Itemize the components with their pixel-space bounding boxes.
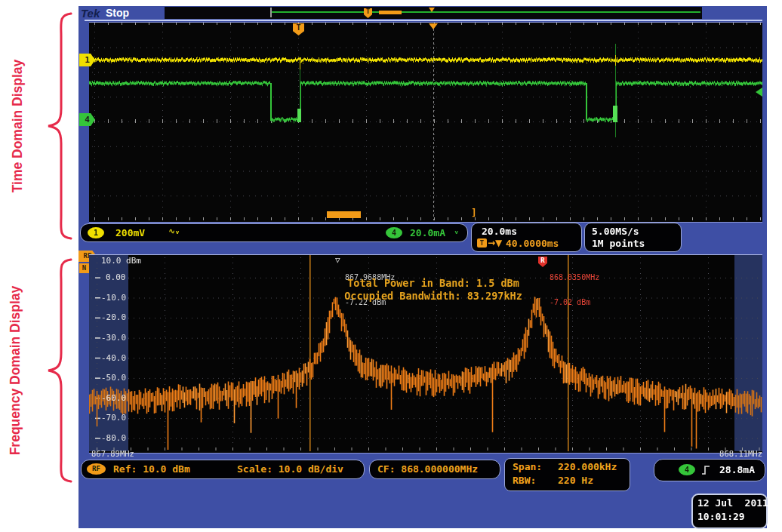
y-tick-5: -50.0 xyxy=(101,373,126,383)
stop-frequency-label: 868.11MHz xyxy=(705,449,762,458)
trigger-readout-box: 4 28.8mA xyxy=(654,459,765,481)
header-separator xyxy=(85,20,762,21)
start-frequency-label: 867.89MHz xyxy=(91,449,134,458)
ch1-readout-badge: 1 xyxy=(88,227,104,238)
acquisition-status: Stop xyxy=(106,7,129,19)
y-tick-3: -30.0 xyxy=(101,333,126,343)
ch4-scale-readout: 20.0mA xyxy=(410,227,445,238)
search-result-bar xyxy=(327,211,361,218)
acquisition-readout-box: 5.00MS/s 1M points xyxy=(584,223,682,252)
trigger-level-arrow-icon xyxy=(756,88,762,97)
expansion-point-icon xyxy=(429,23,438,29)
ch1-bandwidth-icon: ∿ᵥ xyxy=(168,226,180,236)
rbw-label: RBW: xyxy=(513,475,536,486)
y-tick-0: 0.00 xyxy=(106,272,126,282)
rf-readout-badge: RF xyxy=(87,463,106,475)
y-tick-7: -70.0 xyxy=(101,413,126,423)
zoom-region-bar xyxy=(379,11,402,14)
oscilloscope-screen: Tek Stop T T ] 1 4 1 200mV ∿ᵥ 4 20.0mA ᵥ… xyxy=(79,6,767,528)
rising-edge-icon xyxy=(701,465,710,475)
trigger-level-readout: 28.8mA xyxy=(719,464,755,475)
trigger-source-badge: 4 xyxy=(679,464,695,475)
trigger-delay-arrow-icon: →▼ xyxy=(488,238,502,248)
ch4-readout-badge: 4 xyxy=(386,227,402,238)
rf-readout-box: RF Ref: 10.0 dBm Scale: 10.0 dB/div xyxy=(81,460,365,479)
channel-readout-box: 1 200mV ∿ᵥ 4 20.0mA ᵥ xyxy=(80,223,468,242)
record-overview-bar: T xyxy=(165,7,702,19)
time-readout: 10:01:29 xyxy=(697,511,745,522)
rf-normal-trace-badge: N xyxy=(79,263,89,273)
search-end-bracket: ] xyxy=(471,207,477,218)
overview-waveform-line xyxy=(272,11,700,13)
span-rbw-box: Span: 220.000kHz RBW: 220 Hz xyxy=(504,458,630,491)
date-readout: 12 Jul 2011 xyxy=(697,497,768,509)
ref-level-label: 10.0 dBm xyxy=(101,256,141,266)
total-power-measurement: Total Power in Band: 1.5 dBm xyxy=(222,277,645,289)
y-tick-8: -80.0 xyxy=(101,433,126,443)
time-domain-annotation: Time Domain Display xyxy=(10,13,35,239)
y-tick-1: -10.0 xyxy=(101,293,126,303)
ch4-bandwidth-icon: ᵥ xyxy=(454,226,459,236)
marker-a-icon: ▽ xyxy=(335,256,340,264)
ref-level-readout: Ref: 10.0 dBm xyxy=(113,463,190,475)
horizontal-scale-readout: 20.0ms xyxy=(482,226,517,237)
ch1-scale-readout: 200mV xyxy=(115,227,145,238)
expansion-point-overview-icon xyxy=(429,8,435,12)
tek-logo: Tek xyxy=(81,7,100,20)
center-frequency-readout: CF: 868.000000MHz xyxy=(377,463,478,475)
overview-trigger-icon: T xyxy=(364,8,372,18)
vertical-scale-readout: Scale: 10.0 dB/div xyxy=(237,463,343,475)
y-tick-6: -60.0 xyxy=(101,393,126,403)
span-label: Span: xyxy=(513,461,542,472)
horizontal-readout-box: 20.0ms T →▼ 40.0000ms xyxy=(471,223,582,252)
center-frequency-box: CF: 868.000000MHz xyxy=(369,460,500,479)
trigger-t-icon: T xyxy=(477,238,487,248)
y-tick-4: -40.0 xyxy=(101,353,126,363)
frequency-domain-brace xyxy=(42,258,74,483)
frequency-domain-graticule: 10.0 dBm 0.00 -10.0 -20.0 -30.0 -40.0 -5… xyxy=(89,254,762,454)
record-length-readout: 1M points xyxy=(592,238,645,249)
time-domain-graticule: T ] xyxy=(89,22,762,223)
datetime-box: 12 Jul 2011 10:01:29 xyxy=(691,494,768,529)
time-domain-waveforms xyxy=(89,23,762,220)
span-readout: 220.000kHz xyxy=(558,461,617,472)
y-tick-2: -20.0 xyxy=(101,312,126,322)
annotated-screenshot: { "annotations": { "time_label": "Time D… xyxy=(0,0,782,532)
frequency-domain-annotation: Frequency Domain Display xyxy=(8,250,33,491)
trigger-delay-readout: 40.0000ms xyxy=(506,238,559,249)
rbw-readout: 220 Hz xyxy=(558,475,593,486)
sample-rate-readout: 5.00MS/s xyxy=(592,226,639,237)
time-domain-brace xyxy=(42,12,74,240)
occupied-bandwidth-measurement: Occupied Bandwidth: 83.297kHz xyxy=(222,290,645,302)
